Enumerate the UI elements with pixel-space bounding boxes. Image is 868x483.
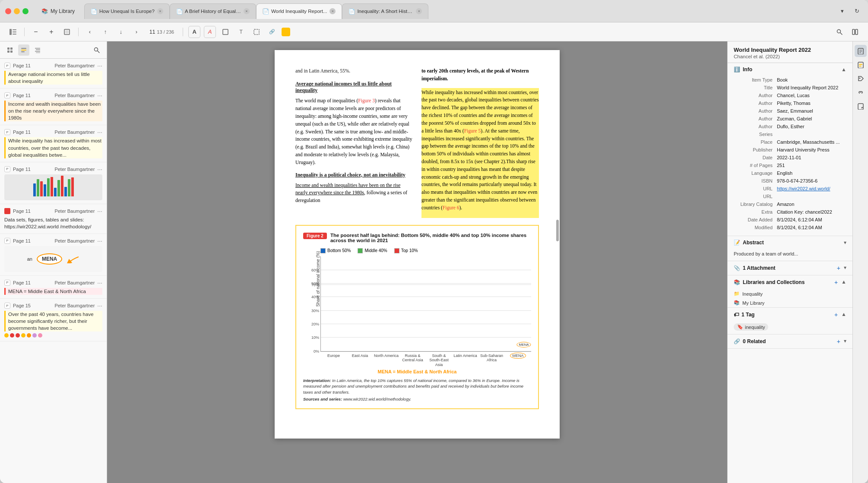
page-icon: P	[4, 280, 10, 286]
tag-label: inequality	[745, 325, 765, 330]
info-section-header-related[interactable]: 🔗 0 Related + ▾	[728, 335, 852, 348]
tab-close-brief-history[interactable]: ×	[244, 8, 250, 14]
tab-how-unequal[interactable]: 📄 How Unequal Is Europe? ×	[84, 3, 170, 19]
sidebar-toggle-button[interactable]	[7, 26, 19, 38]
x-label-europe: Europe	[320, 354, 347, 367]
annot-search-button[interactable]	[91, 44, 102, 56]
color-swatch[interactable]	[282, 28, 290, 36]
nav-forward-button[interactable]: ›	[130, 26, 143, 38]
text-format-button[interactable]: A	[188, 26, 200, 38]
refresh-icon[interactable]: ↻	[851, 5, 863, 17]
search-button[interactable]	[833, 26, 846, 38]
list-item[interactable]: P Page 11 Peter Baumgartner ··· an MENA	[0, 234, 107, 276]
annot-more-btn[interactable]: ···	[97, 208, 102, 215]
info-section-header-attachment[interactable]: 📎 1 Attachment + ▾	[728, 261, 852, 275]
highlight-text: Average national incomes tell us little …	[4, 71, 102, 85]
split-view-button[interactable]	[849, 26, 861, 38]
outline-tool[interactable]	[32, 44, 43, 56]
info-section-header-libraries[interactable]: 📚 Libraries and Collections + ▲	[728, 275, 852, 289]
gridlabel-50: 50%	[311, 281, 319, 286]
x-label-subsaharan: Sub-Saharan Africa	[478, 354, 505, 367]
attachment-toggle[interactable]: ▾	[844, 265, 846, 271]
tab-my-library[interactable]: 📚 My Library	[35, 3, 81, 19]
text-select-button[interactable]: T	[235, 26, 247, 38]
list-item[interactable]: P Page 15 Peter Baumgartner ··· Over the…	[0, 299, 107, 341]
close-button[interactable]	[5, 8, 11, 14]
nav-down-button[interactable]: ↓	[115, 26, 127, 38]
related-toggle[interactable]: ▾	[844, 338, 846, 345]
collection-mylibrary[interactable]: 📚 My Library	[728, 298, 852, 307]
pdf-viewer[interactable]: and in Latin America, 55%. Average natio…	[107, 41, 727, 483]
attachment-add-button[interactable]: +	[837, 265, 840, 271]
annot-more-btn[interactable]: ···	[97, 92, 102, 99]
annot-meta: P Page 11 Peter Baumgartner ···	[4, 237, 102, 244]
collection-inequality[interactable]: 📁 Inequality	[728, 289, 852, 298]
fit-page-button[interactable]	[61, 26, 73, 38]
field-label-publisher: Publisher	[734, 147, 777, 152]
annotations-panel-icon[interactable]	[855, 59, 867, 71]
tag-chip-inequality[interactable]: 🔖 inequality	[734, 323, 768, 331]
tags-row: 🔖 inequality	[728, 322, 852, 334]
tab-close-world-inequality[interactable]: ×	[329, 8, 336, 14]
tab-close-inequality-short[interactable]: ×	[416, 8, 422, 14]
minimize-button[interactable]	[14, 8, 20, 14]
tag-icon: 🔖	[737, 324, 743, 330]
text-tool-button[interactable]: A	[204, 26, 216, 38]
tags-panel-icon[interactable]	[855, 73, 867, 85]
annot-more-btn[interactable]: ···	[97, 237, 102, 244]
annot-author-name: Peter Baumgartner	[54, 303, 95, 308]
zoom-in-button[interactable]: +	[45, 26, 57, 38]
tab-inequality-short[interactable]: 📄 Inequality: A Short Histo... ×	[342, 3, 428, 19]
list-item[interactable]: Page 11 Peter Baumgartner ··· Data sets,…	[0, 204, 107, 234]
maximize-button[interactable]	[22, 8, 29, 14]
svg-rect-7	[254, 29, 259, 35]
thumbnails-icon	[7, 47, 13, 53]
field-value-extra: Citation Key: chancel2022	[777, 209, 846, 215]
nav-back-button[interactable]: ‹	[84, 26, 96, 38]
related-add-button[interactable]: +	[837, 338, 840, 345]
list-item[interactable]: P Page 11 Peter Baumgartner ···	[0, 162, 107, 204]
info-section-header-abstract[interactable]: 📝 Abstract ▾	[728, 236, 852, 249]
info-section-title-info: ℹ️ Info	[734, 66, 752, 73]
field-value-isbn: 978-0-674-27356-6	[777, 178, 846, 183]
list-item[interactable]: P Page 11 Peter Baumgartner ··· Average …	[0, 59, 107, 88]
list-item[interactable]: P Page 11 Peter Baumgartner ··· While in…	[0, 125, 107, 162]
annot-more-btn[interactable]: ···	[97, 279, 102, 286]
list-item[interactable]: P Page 11 Peter Baumgartner ··· Income a…	[0, 88, 107, 125]
field-value-url[interactable]: https://wir2022.wid.world/	[777, 186, 846, 191]
tab-close-how-unequal[interactable]: ×	[157, 8, 163, 14]
thumbnails-tool[interactable]	[4, 44, 16, 56]
scrollbar-thumb[interactable]	[556, 220, 559, 241]
libraries-toggle[interactable]: ▲	[841, 279, 846, 286]
field-label-author4: Author	[734, 116, 777, 121]
annot-more-btn[interactable]: ···	[97, 166, 102, 173]
field-value-itemtype: Book	[777, 77, 846, 82]
info-panel-icon[interactable]	[855, 45, 867, 57]
note-tool-button[interactable]	[219, 26, 231, 38]
abstract-toggle[interactable]: ▾	[844, 240, 846, 246]
info-section-header-info[interactable]: ℹ️ Info ▲	[728, 63, 852, 76]
annot-more-btn[interactable]: ···	[97, 129, 102, 136]
svg-rect-16	[21, 48, 26, 49]
nav-up-button[interactable]: ↑	[99, 26, 111, 38]
collapse-icon[interactable]: ▲	[841, 66, 846, 73]
libraries-add-button[interactable]: +	[834, 279, 838, 286]
tags-add-button[interactable]: +	[834, 311, 838, 318]
chevron-down-icon[interactable]: ▾	[836, 5, 848, 17]
tab-world-inequality[interactable]: 📄 World Inequality Report... ×	[256, 3, 342, 19]
note-panel-icon[interactable]	[855, 100, 867, 112]
tab-brief-history[interactable]: 📄 A Brief History of Equalit... ×	[170, 3, 256, 19]
tags-toggle[interactable]: ▲	[841, 311, 846, 318]
annot-more-btn[interactable]: ···	[97, 62, 102, 69]
annotations-tool[interactable]	[18, 44, 29, 56]
link-tool-button[interactable]: 🔗	[266, 26, 278, 38]
link-panel-icon[interactable]	[855, 86, 867, 98]
area-tool-button[interactable]	[250, 26, 263, 38]
zoom-out-button[interactable]: −	[30, 26, 42, 38]
info-section-header-tags[interactable]: 🏷 1 Tag + ▲	[728, 308, 852, 322]
list-item[interactable]: P Page 11 Peter Baumgartner ··· MENA = M…	[0, 276, 107, 299]
annot-meta: P Page 11 Peter Baumgartner ···	[4, 92, 102, 99]
tab-label: World Inequality Report...	[271, 9, 327, 14]
collection-label-mylibrary: My Library	[742, 300, 764, 306]
annot-more-btn[interactable]: ···	[97, 302, 102, 309]
